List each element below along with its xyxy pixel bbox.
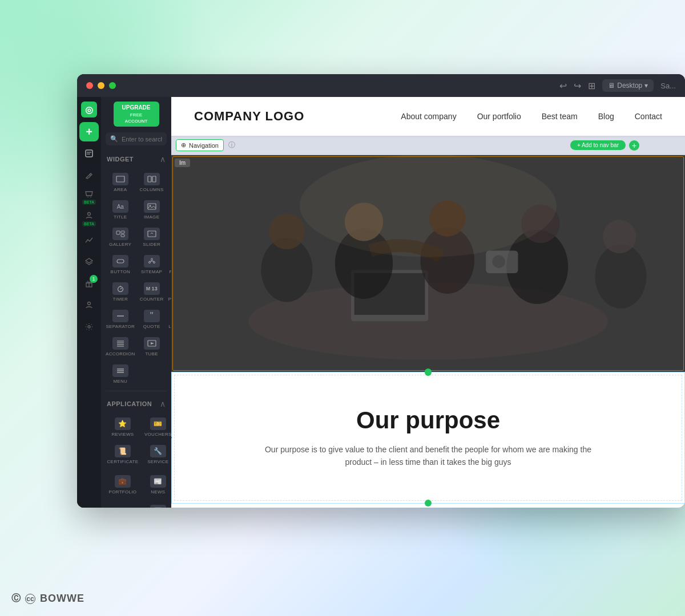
- widget-sitemap[interactable]: SITEMAP: [139, 252, 165, 277]
- sidebar-item-design[interactable]: [79, 165, 99, 185]
- purpose-bottom-dot[interactable]: [425, 500, 432, 506]
- widget-form[interactable]: FORM: [167, 224, 171, 249]
- nav-link-team[interactable]: Best team: [542, 112, 578, 121]
- upgrade-button[interactable]: UPGRADE FREE ACCOUNT: [114, 102, 159, 127]
- gift-badge: 1: [90, 275, 98, 283]
- widget-counter[interactable]: M 13 COUNTER: [139, 279, 165, 304]
- nav-link-contact[interactable]: Contact: [635, 112, 662, 121]
- widget-image[interactable]: IMAGE: [139, 197, 165, 222]
- sidebar-item-crm[interactable]: BETA: [79, 209, 99, 228]
- image-bottom-dot[interactable]: [425, 368, 432, 372]
- widget-tube[interactable]: TUBE: [139, 334, 165, 359]
- sidebar-item-settings[interactable]: [79, 317, 99, 337]
- svg-point-27: [148, 262, 150, 264]
- browser-controls: ↩ ↪ ⊞ 🖥 Desktop ▾ Sa...: [559, 79, 676, 92]
- sidebar-item-gifts[interactable]: 1: [79, 274, 99, 293]
- widget-area[interactable]: AREA: [104, 169, 136, 194]
- sidebar-item-shop[interactable]: BETA: [79, 187, 99, 206]
- button-icon: [112, 255, 128, 268]
- news-icon: 📰: [150, 475, 166, 488]
- application-section-collapse[interactable]: ∧: [160, 399, 166, 408]
- search-input[interactable]: [122, 136, 162, 143]
- nav-info-icon: ⓘ: [228, 140, 235, 150]
- separator-icon: [112, 310, 128, 322]
- icon-rail: ◎ +: [77, 97, 101, 508]
- sidebar-item-account[interactable]: [79, 295, 99, 315]
- navigation-widget-bar[interactable]: ⊕ Navigation: [176, 139, 224, 151]
- site-nav-links: About company Our portfolio Best team Bl…: [401, 112, 662, 121]
- browser-window: ↩ ↪ ⊞ 🖥 Desktop ▾ Sa... ◎ +: [77, 74, 685, 508]
- widget-reviews[interactable]: ⭐ REVIEWS: [104, 414, 141, 439]
- widget-title[interactable]: Aa TITLE: [104, 197, 136, 222]
- desktop-view-button[interactable]: 🖥 Desktop ▾: [602, 79, 654, 92]
- widget-gallery[interactable]: GALLERY: [104, 224, 136, 249]
- sidebar: ◎ +: [77, 97, 171, 508]
- widget-logo[interactable]: ◎ LOGO: [167, 334, 171, 359]
- add-widget-button[interactable]: +: [79, 122, 99, 141]
- save-button[interactable]: Sa...: [660, 82, 676, 90]
- svg-line-3: [90, 175, 91, 176]
- nav-link-portfolio[interactable]: Our portfolio: [477, 112, 521, 121]
- sidebar-item-analytics[interactable]: [79, 230, 99, 250]
- maximize-dot[interactable]: [109, 82, 116, 89]
- columns-icon: [144, 173, 160, 185]
- vouchers-icon: 🎫: [150, 418, 166, 430]
- slider-icon: [144, 228, 160, 240]
- add-to-nav-button[interactable]: + Add to nav bar: [570, 140, 626, 150]
- main-content: COMPANY LOGO About company Our portfolio…: [171, 97, 685, 508]
- widget-columns[interactable]: COLUMNS: [139, 169, 165, 194]
- widget-section-collapse[interactable]: ∧: [160, 155, 166, 164]
- widget-slider[interactable]: SLIDER: [139, 224, 165, 249]
- svg-rect-20: [148, 231, 156, 237]
- nav-link-blog[interactable]: Blog: [598, 112, 614, 121]
- bowwe-footer: Ⓒ cc BOWWE: [11, 593, 84, 605]
- undo-button[interactable]: ↩: [559, 80, 567, 91]
- widget-portfolio[interactable]: 💼 PORTFOLIO: [104, 469, 141, 499]
- app-logo[interactable]: ◎: [81, 102, 97, 117]
- svg-point-67: [595, 244, 647, 309]
- svg-rect-15: [148, 204, 156, 209]
- sidebar-item-edit[interactable]: [79, 144, 99, 163]
- widget-progress[interactable]: PROGRESS: [167, 279, 171, 304]
- reviews-icon: ⭐: [115, 418, 131, 430]
- svg-point-70: [493, 255, 506, 268]
- image-label: Im: [175, 159, 190, 167]
- widget-pricelist[interactable]: PRICELIST: [167, 252, 171, 277]
- cc-icon: cc: [25, 594, 35, 604]
- redo-button[interactable]: ↪: [574, 80, 581, 91]
- widget-button[interactable]: BUTTON: [104, 252, 136, 277]
- minimize-dot[interactable]: [98, 82, 104, 89]
- sidebar-item-layers[interactable]: [79, 252, 99, 271]
- timer-icon: [112, 282, 128, 295]
- close-dot[interactable]: [86, 82, 93, 89]
- navigation-label: Navigation: [189, 142, 219, 149]
- widget-news[interactable]: 📰 NEWS: [143, 469, 171, 499]
- svg-rect-14: [152, 176, 156, 182]
- svg-point-5: [90, 196, 91, 197]
- widget-article-date[interactable]: 📅 ARTICLE DATE: [143, 501, 171, 508]
- widget-panel: UPGRADE FREE ACCOUNT 🔍 WIDGET ∧: [101, 97, 171, 508]
- widget-separator[interactable]: SEPARATOR: [104, 306, 136, 331]
- website-preview: COMPANY LOGO About company Our portfolio…: [171, 97, 685, 508]
- widget-accordion[interactable]: ACCORDION: [104, 334, 136, 359]
- device-toggle-button[interactable]: ⊞: [588, 80, 595, 91]
- widget-quote[interactable]: " QUOTE: [139, 306, 165, 331]
- widget-service[interactable]: 🔧 SERVICE: [143, 441, 171, 467]
- widget-menu[interactable]: MENU: [104, 361, 136, 386]
- widget-section-header: WIDGET ∧: [101, 150, 171, 168]
- purpose-resize-handle[interactable]: ↔: [171, 432, 174, 443]
- application-section-header: APPLICATION ∧: [101, 395, 171, 413]
- widget-certificate[interactable]: 📜 CERTIFICATE: [104, 441, 141, 467]
- widget-category[interactable]: ⊞ CATEGORY: [104, 501, 141, 508]
- svg-point-24: [151, 258, 152, 260]
- widget-text[interactable]: T TEXT: [167, 169, 171, 194]
- svg-rect-23: [117, 260, 124, 263]
- application-section-label: APPLICATION: [107, 400, 152, 407]
- area-icon: [112, 173, 128, 185]
- nav-link-about[interactable]: About company: [401, 112, 456, 121]
- nav-plus-button[interactable]: +: [629, 140, 639, 151]
- widget-timer[interactable]: TIMER: [104, 279, 136, 304]
- widget-language[interactable]: LANGUAGE: [167, 306, 171, 331]
- widget-vouchers[interactable]: 🎫 VOUCHERS: [143, 414, 171, 439]
- widget-icon-item[interactable]: ⬡ ICON: [167, 197, 171, 222]
